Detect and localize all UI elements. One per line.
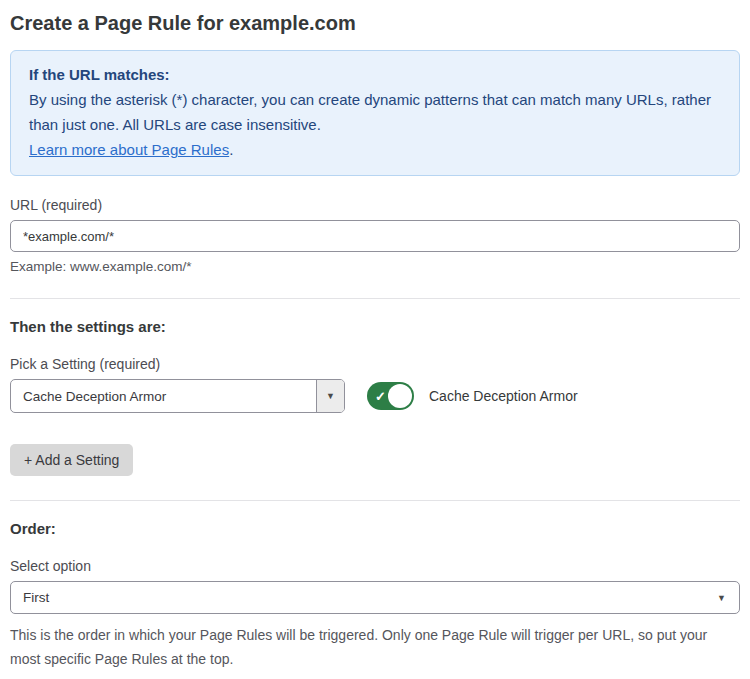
- checkmark-icon: ✓: [375, 389, 386, 404]
- add-setting-button[interactable]: + Add a Setting: [10, 444, 133, 476]
- dropdown-arrow-icon: ▼: [717, 593, 739, 603]
- order-select-value: First: [11, 590, 717, 605]
- settings-section-heading: Then the settings are:: [10, 318, 740, 335]
- link-suffix: .: [229, 141, 233, 158]
- dropdown-arrow-icon[interactable]: ▼: [316, 380, 344, 412]
- info-box-body: By using the asterisk (*) character, you…: [29, 87, 721, 137]
- order-select-label: Select option: [10, 558, 740, 574]
- learn-more-link[interactable]: Learn more about Page Rules: [29, 141, 229, 158]
- info-box-link-line: Learn more about Page Rules.: [29, 137, 721, 162]
- url-input[interactable]: [10, 220, 740, 252]
- pick-setting-label: Pick a Setting (required): [10, 356, 740, 372]
- toggle-knob: [388, 384, 412, 408]
- url-field-helper: Example: www.example.com/*: [10, 259, 740, 274]
- toggle-label: Cache Deception Armor: [429, 388, 578, 404]
- url-field-label: URL (required): [10, 197, 740, 213]
- order-section-heading: Order:: [10, 520, 740, 537]
- divider: [10, 500, 740, 501]
- cache-deception-armor-toggle[interactable]: ✓: [367, 382, 414, 410]
- divider: [10, 298, 740, 299]
- page-rule-form: Create a Page Rule for example.com If th…: [0, 12, 750, 679]
- page-title: Create a Page Rule for example.com: [10, 12, 740, 35]
- order-helper-text: This is the order in which your Page Rul…: [10, 623, 715, 671]
- setting-select[interactable]: Cache Deception Armor ▼: [10, 379, 345, 413]
- setting-select-value: Cache Deception Armor: [11, 389, 316, 404]
- setting-row: Cache Deception Armor ▼ ✓ Cache Deceptio…: [10, 379, 740, 413]
- info-box-heading: If the URL matches:: [29, 62, 721, 87]
- url-matches-info-box: If the URL matches: By using the asteris…: [10, 50, 740, 176]
- order-select[interactable]: First ▼: [10, 581, 740, 614]
